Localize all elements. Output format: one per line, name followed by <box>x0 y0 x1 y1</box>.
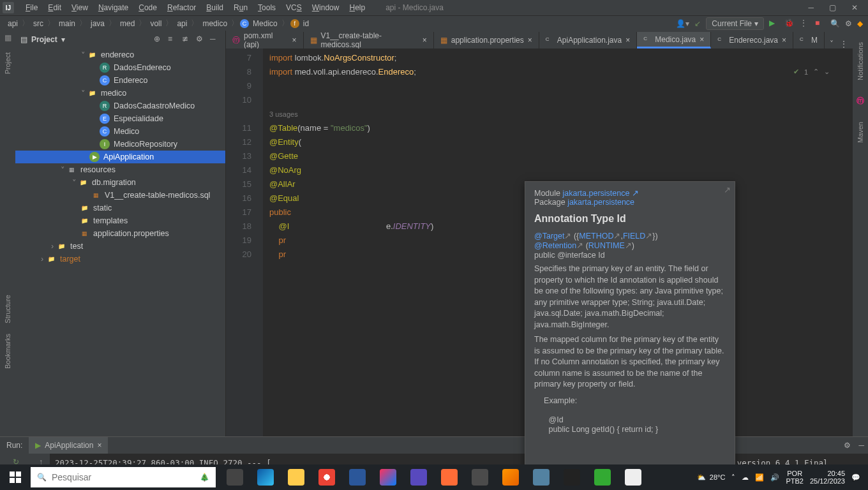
project-tool-tab[interactable]: Project <box>4 52 11 74</box>
run-settings-icon[interactable]: ⚙ <box>840 441 855 450</box>
tb-firefox[interactable] <box>498 464 523 490</box>
external-link-icon[interactable]: ↗ <box>632 189 639 198</box>
menu-run[interactable]: Run <box>228 3 253 12</box>
user-icon[interactable]: 👤▾ <box>676 19 689 28</box>
menu-tools[interactable]: Tools <box>253 3 281 12</box>
project-tree[interactable]: ˅📁endereco RDadosEndereco CEndereco ˅📁me… <box>15 48 225 436</box>
menu-view[interactable]: View <box>66 3 93 12</box>
tab-apiapp[interactable]: CApiApplication.java× <box>539 32 637 48</box>
maven-tab[interactable]: Maven <box>857 122 864 143</box>
stop-button[interactable]: ■ <box>815 19 825 29</box>
doc-open-icon[interactable]: ↗ <box>724 185 731 195</box>
tray-up-icon[interactable]: ˄ <box>731 473 735 482</box>
menu-edit[interactable]: Edit <box>43 3 66 12</box>
tree-v1sql[interactable]: V1__create-table-medicos.sql <box>105 191 210 200</box>
tb-java[interactable] <box>528 464 554 490</box>
collapse-icon[interactable]: ≢ <box>182 34 192 45</box>
tab-close-icon[interactable]: × <box>528 36 532 45</box>
tree-endereco-cls[interactable]: Endereco <box>114 76 148 85</box>
crumb-apipkg[interactable]: api <box>174 19 190 28</box>
tab-close-icon[interactable]: × <box>423 36 427 45</box>
run-button[interactable]: ▶ <box>769 19 779 29</box>
menu-build[interactable]: Build <box>201 3 228 12</box>
doc-method-link[interactable]: METHOD <box>579 232 613 241</box>
tree-dbmigration[interactable]: db.migration <box>92 178 136 187</box>
search-icon[interactable]: 🔍 <box>830 19 840 28</box>
project-tool-icon[interactable]: ▦ <box>4 33 11 42</box>
menu-code[interactable]: Code <box>133 3 162 12</box>
tree-medico[interactable]: medico <box>101 89 126 98</box>
settings-gear-icon[interactable]: ⚙ <box>196 34 206 45</box>
tb-sublime[interactable] <box>467 464 493 490</box>
tree-templates[interactable]: templates <box>93 216 128 225</box>
search-input[interactable] <box>52 472 195 482</box>
doc-target-link[interactable]: @Target <box>534 232 564 241</box>
tab-sql[interactable]: ▦V1__create-table-medicos.sql× <box>304 32 434 48</box>
tb-intellij[interactable] <box>375 464 401 490</box>
maximize-icon[interactable]: ▢ <box>829 3 836 12</box>
vcs-update-icon[interactable]: ↙ <box>694 19 701 28</box>
structure-tool-tab[interactable]: Structure <box>4 295 11 323</box>
doc-runtime-link[interactable]: RUNTIME <box>588 241 625 250</box>
crumb-class[interactable]: Medico <box>250 19 280 28</box>
doc-module-link[interactable]: jakarta.persistence <box>562 189 629 198</box>
breadcrumb[interactable]: api〉 src〉 main〉 java〉 med〉 voll〉 api〉 me… <box>5 18 311 29</box>
select-target-icon[interactable]: ⊕ <box>154 34 164 45</box>
tb-chrome[interactable] <box>314 464 340 490</box>
tab-overflow[interactable]: CM <box>793 32 825 48</box>
weather-widget[interactable]: ⛅28°C <box>697 473 726 482</box>
tray-cloud-icon[interactable]: ☁ <box>742 473 749 482</box>
tab-close-icon[interactable]: × <box>782 36 786 45</box>
tab-props[interactable]: ▦application.properties× <box>434 32 539 48</box>
menu-refactor[interactable]: Refactor <box>162 3 201 12</box>
tb-notes[interactable] <box>620 464 646 490</box>
tab-pom[interactable]: ⓜpom.xml (api)× <box>226 32 304 48</box>
start-button[interactable] <box>0 464 31 490</box>
crumb-api[interactable]: api <box>5 19 20 28</box>
run-tab-close-icon[interactable]: × <box>97 441 101 450</box>
tree-dadosendereco[interactable]: DadosEndereco <box>114 63 171 72</box>
tab-close-icon[interactable]: × <box>625 36 630 45</box>
taskbar-search[interactable]: 🔍 🎄 <box>31 467 216 487</box>
tb-word[interactable] <box>345 464 370 490</box>
run-config-select[interactable]: Current File▾ <box>706 17 764 30</box>
close-icon[interactable]: ✕ <box>851 3 858 12</box>
menu-help[interactable]: Help <box>344 3 370 12</box>
ide-icon[interactable]: ◆ <box>857 19 863 28</box>
tb-edge[interactable] <box>253 464 278 490</box>
tab-endereco[interactable]: CEndereco.java× <box>711 32 793 48</box>
tb-postman[interactable] <box>437 464 462 490</box>
tab-medico[interactable]: CMedico.java× <box>637 32 711 48</box>
crumb-med[interactable]: med <box>117 19 137 28</box>
doc-field-link[interactable]: FIELD <box>623 232 645 241</box>
menu-window[interactable]: Window <box>307 3 345 12</box>
doc-package-link[interactable]: jakarta.persistence <box>567 198 634 207</box>
run-tab-apiapp[interactable]: ▶ApiApplication× <box>29 437 108 454</box>
crumb-field[interactable]: id <box>301 19 311 28</box>
crumb-voll[interactable]: voll <box>147 19 164 28</box>
tab-dropdown-icon[interactable]: ˅ <box>830 40 834 48</box>
tree-especialidade[interactable]: Especialidade <box>114 114 163 123</box>
tree-medicorepo[interactable]: MedicoRepository <box>114 140 177 149</box>
tree-endereco[interactable]: endereco <box>101 50 134 59</box>
tree-apiapplication[interactable]: ApiApplication <box>103 152 154 161</box>
tree-dadoscadastro[interactable]: DadosCadastroMedico <box>114 101 195 110</box>
menu-file[interactable]: File <box>20 3 43 12</box>
tray-lang[interactable]: PORPTB2 <box>786 470 804 485</box>
tree-appprops[interactable]: application.properties <box>93 229 169 238</box>
more-run-icon[interactable]: ⋮ <box>800 19 810 29</box>
hide-panel-icon[interactable]: ─ <box>210 34 220 45</box>
task-view-icon[interactable] <box>222 464 248 490</box>
chevron-down-icon[interactable]: ▾ <box>61 35 65 44</box>
expand-icon[interactable]: ≡ <box>168 34 178 45</box>
project-view-icon[interactable]: ▤ <box>20 35 27 44</box>
tray-wifi-icon[interactable]: 📶 <box>755 473 764 482</box>
tray-notifications-icon[interactable]: 💬 <box>851 473 860 482</box>
tree-resources[interactable]: resources <box>80 165 116 174</box>
crumb-src[interactable]: src <box>31 19 46 28</box>
tree-medico-cls[interactable]: Medico <box>114 127 139 136</box>
bookmarks-tool-tab[interactable]: Bookmarks <box>4 334 11 369</box>
run-hide-icon[interactable]: ─ <box>855 441 868 450</box>
menu-vcs[interactable]: VCS <box>281 3 307 12</box>
tray-clock[interactable]: 20:4525/12/2023 <box>810 470 845 485</box>
